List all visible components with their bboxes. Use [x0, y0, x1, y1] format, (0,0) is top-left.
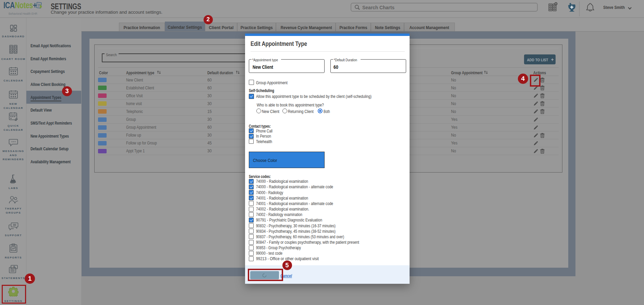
svg-text:$: $: [13, 265, 15, 269]
